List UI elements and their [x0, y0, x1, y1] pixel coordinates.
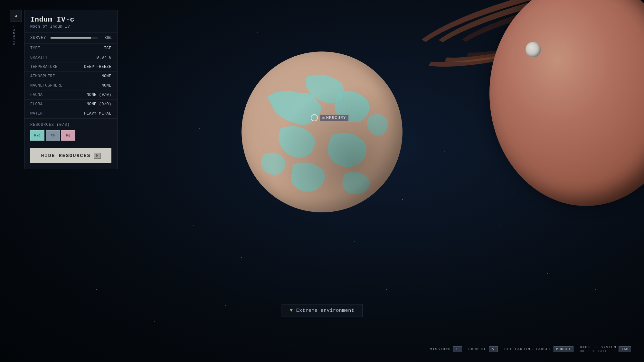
- planet-name: Indum IV-c: [30, 16, 111, 24]
- table-row: GRAVITY0.07 G: [24, 53, 117, 62]
- control-key-3[interactable]: TAB: [619, 346, 631, 352]
- table-row: TYPEICE: [24, 44, 117, 53]
- hide-resources-label: HIDE RESOURCES: [41, 153, 90, 159]
- extreme-environment-badge: ▼ Extreme environment: [282, 304, 363, 317]
- sidebar-header: Indum IV-c Moon of Indum IV: [24, 10, 117, 32]
- resource-chip: H₂O: [30, 130, 44, 141]
- resource-chip: Pb: [46, 130, 60, 141]
- resource-chip: Hg: [61, 130, 75, 141]
- collapse-sidebar-button[interactable]: ◀: [10, 10, 22, 22]
- sidebar-panel: Indum IV-c Moon of Indum IV SURVEY 86% T…: [24, 10, 118, 169]
- control-key-2[interactable]: MOUSE1: [554, 346, 573, 352]
- table-row: FAUNANONE (0/0): [24, 90, 117, 100]
- survey-bar-fill: [51, 37, 91, 39]
- planet-subtitle: Moon of Indum IV: [30, 24, 111, 29]
- table-row: TEMPERATUREDEEP FREEZE: [24, 62, 117, 72]
- warning-icon: ▼: [290, 308, 293, 313]
- resources-section: RESOURCES (0/3) H₂OPbHg: [24, 118, 117, 146]
- control-key-0[interactable]: L: [453, 346, 462, 352]
- table-row: MAGNETOSPHERENONE: [24, 81, 117, 90]
- bottom-controls: MISSIONS L SHOW ME V SET LANDING TARGET …: [430, 345, 631, 353]
- survey-percent: 86%: [100, 36, 111, 40]
- stats-table: TYPEICEGRAVITY0.07 GTEMPERATUREDEEP FREE…: [24, 44, 117, 118]
- hide-resources-button[interactable]: HIDE RESOURCES R: [30, 148, 111, 163]
- hide-resources-key: R: [94, 153, 100, 159]
- table-row: WATERHEAVY METAL: [24, 109, 117, 118]
- control-label-1: SHOW ME: [469, 347, 487, 351]
- control-item-0: MISSIONS L: [430, 346, 462, 352]
- marker-circle: [311, 114, 318, 121]
- control-item-3: BACK TO SYSTEM HOLD TO EXIT TAB: [580, 345, 631, 353]
- survey-bar-track: [51, 37, 98, 39]
- mercury-marker: MERCURY: [311, 114, 349, 121]
- survey-row: SURVEY 86%: [24, 32, 117, 44]
- extreme-env-text: Extreme environment: [296, 308, 355, 313]
- main-planet: MERCURY: [242, 51, 402, 212]
- table-row: ATMOSPHERENONE: [24, 72, 117, 81]
- control-label-0: MISSIONS: [430, 347, 451, 351]
- starmap-label: STARMAP: [12, 26, 16, 45]
- resource-chips: H₂OPbHg: [30, 130, 111, 141]
- table-row: FLORANONE (0/0): [24, 100, 117, 109]
- survey-label: SURVEY: [30, 36, 48, 40]
- control-item-2: SET LANDING TARGET MOUSE1: [504, 346, 573, 352]
- small-moon: [526, 42, 541, 57]
- control-key-1[interactable]: V: [489, 346, 498, 352]
- control-label-2: SET LANDING TARGET: [504, 347, 551, 351]
- control-item-1: SHOW ME V: [469, 346, 498, 352]
- resources-header: RESOURCES (0/3): [30, 123, 111, 127]
- marker-label: MERCURY: [320, 115, 349, 121]
- resources-count: (0/3): [57, 123, 70, 127]
